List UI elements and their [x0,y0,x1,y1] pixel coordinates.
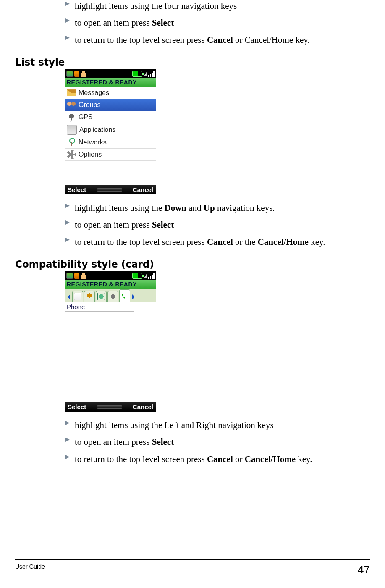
softkey-right[interactable]: Cancel [133,403,153,410]
tab-row [65,289,156,302]
bullet-text: to return to the top level screen press … [75,34,370,46]
tab-notes[interactable] [72,291,83,302]
registered-ready-banner: REGISTERED & READY [65,280,156,289]
bullet-arrow-icon [65,437,71,443]
footer-title: User Guide [15,563,45,576]
status-card-icon [74,273,79,279]
bullet-text: to return to the top level screen press … [75,453,370,465]
tab-gear[interactable] [107,291,118,302]
gear-icon [110,293,116,300]
softkey-bar: Select Cancel [65,402,156,411]
svg-marker-7 [132,294,135,299]
battery-icon [132,273,142,279]
battery-icon [132,71,142,77]
signal-icon [148,273,155,279]
footer-page-number: 47 [358,563,370,576]
bullet-arrow-icon [65,203,71,209]
options-icon [67,150,76,159]
bullet-arrow-icon [65,35,71,41]
compat-bullets: highlight items using the Left and Right… [65,419,370,465]
svg-marker-5 [65,238,70,242]
bullet-arrow-icon [65,420,71,426]
compat-bullet-item: highlight items using the Left and Right… [65,419,370,431]
menu-item-label: GPS [79,113,93,121]
softkey-bar: Select Cancel [65,185,156,194]
top-bullet-item: to return to the top level screen press … [65,34,370,46]
bullet-text: to open an item press Select [75,219,370,231]
softkey-left[interactable]: Select [68,186,86,193]
menu-item-networks[interactable]: Networks [65,136,156,149]
menu-item-groups[interactable]: Groups [65,99,156,111]
bullet-arrow-icon [65,454,71,460]
tab-globe[interactable] [96,291,107,302]
status-indicator-icon [66,273,73,279]
bullet-text: to open an item press Select [75,436,370,448]
network-strength-icon [144,71,147,76]
svg-marker-10 [65,455,70,459]
bullet-arrow-icon [65,237,71,243]
top-bullet-item: highlight items using the four navigatio… [65,0,370,12]
list-style-bullet-item: to return to the top level screen press … [65,236,370,248]
registered-ready-banner: REGISTERED & READY [65,78,156,87]
bullet-text: highlight items using the Left and Right… [75,419,370,431]
status-bar [65,70,156,78]
svg-marker-6 [68,294,70,299]
tab-people[interactable] [84,291,95,302]
menu-item-gps[interactable]: GPS [65,111,156,123]
list-style-bullet-item: highlight items using the Down and Up na… [65,202,370,214]
bullet-text: to return to the top level screen press … [75,236,370,248]
menu-item-label: Applications [79,126,115,134]
softkey-scroll-indicator [97,188,122,192]
list-style-bullets: highlight items using the Down and Up na… [65,202,370,248]
menu-item-label: Messages [79,89,109,97]
svg-marker-2 [65,36,70,40]
status-indicator-icon [66,71,73,77]
globe-icon [97,293,105,300]
bullet-text: to open an item press Select [75,17,370,29]
network-strength-icon [144,273,147,278]
people-icon [86,293,93,300]
applications-icon [67,125,77,135]
menu-item-applications[interactable]: Applications [65,123,156,136]
status-bar [65,272,156,280]
networks-icon [67,138,76,147]
bullet-arrow-icon [65,220,71,226]
phone-icon [121,292,128,299]
groups-icon [67,100,76,110]
tab-right-arrow-icon[interactable] [131,292,136,302]
notes-icon [74,293,81,300]
svg-marker-4 [65,220,70,225]
menu-item-options[interactable]: Options [65,149,156,161]
status-user-icon [81,273,86,279]
figure-compat-card: REGISTERED & READY Phone Select Cancel [65,271,156,412]
menu-item-label: Networks [79,139,107,146]
figure-list-style: REGISTERED & READY MessagesGroupsGPSAppl… [65,69,156,194]
bullet-arrow-icon [65,18,71,24]
section-compat-heading: Compatibility style (card) [15,259,370,270]
bullet-text: highlight items using the four navigatio… [75,0,370,12]
compat-bullet-item: to open an item press Select [65,436,370,448]
softkey-right[interactable]: Cancel [133,186,153,193]
top-bullet-list: highlight items using the four navigatio… [65,0,370,46]
page-footer: User Guide 47 [15,559,370,576]
menu-list: MessagesGroupsGPSApplicationsNetworksOpt… [65,87,156,161]
menu-item-messages[interactable]: Messages [65,87,156,99]
softkey-left[interactable]: Select [68,403,86,410]
svg-marker-9 [65,438,70,442]
bullet-text: highlight items using the Down and Up na… [75,202,370,214]
svg-marker-1 [65,18,70,23]
svg-marker-0 [65,2,70,6]
tab-phone[interactable] [119,289,130,302]
tab-left-arrow-icon[interactable] [66,292,72,302]
svg-marker-8 [65,421,70,425]
card-body: Phone [65,302,156,402]
card-field-phone[interactable]: Phone [65,302,134,312]
svg-marker-3 [65,204,70,208]
list-style-bullet-item: to open an item press Select [65,219,370,231]
signal-icon [148,71,155,77]
messages-icon [67,88,76,97]
bullet-arrow-icon [65,1,71,7]
top-bullet-item: to open an item press Select [65,17,370,29]
softkey-scroll-indicator [97,405,122,409]
gps-icon [67,113,76,122]
